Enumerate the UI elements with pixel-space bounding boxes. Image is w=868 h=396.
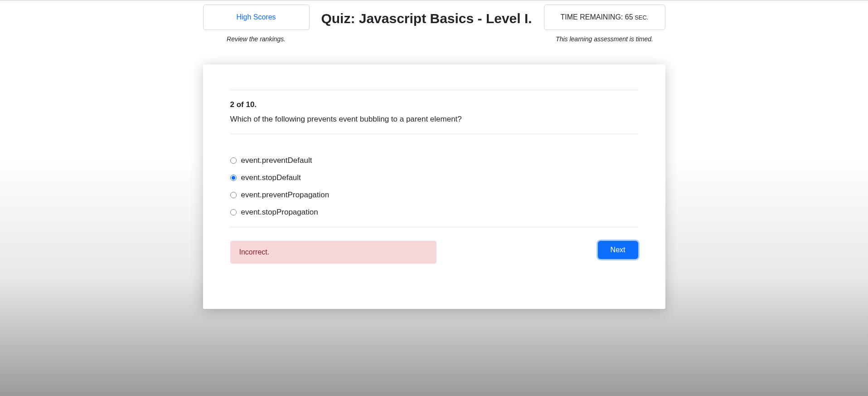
time-remaining-suffix: SEC.	[633, 14, 649, 21]
quiz-card: 2 of 10. Which of the following prevents…	[203, 64, 665, 309]
option-label-0[interactable]: event.preventDefault	[241, 156, 312, 165]
option-radio-2[interactable]	[230, 192, 237, 198]
time-remaining-value: 65	[625, 13, 633, 21]
feedback-alert: Incorrect.	[230, 241, 436, 264]
header: High Scores Review the rankings. Quiz: J…	[203, 1, 665, 48]
option-row: event.preventPropagation	[230, 191, 638, 200]
option-radio-0[interactable]	[230, 157, 237, 164]
option-row: event.stopPropagation	[230, 208, 638, 217]
question-number: 2 of 10.	[230, 100, 638, 109]
option-row: event.preventDefault	[230, 156, 638, 165]
option-label-3[interactable]: event.stopPropagation	[241, 208, 318, 217]
next-button[interactable]: Next	[598, 241, 638, 259]
option-radio-3[interactable]	[230, 209, 237, 215]
page-title: Quiz: Javascript Basics - Level I.	[321, 5, 532, 26]
result-row: Incorrect. Next	[230, 227, 638, 264]
time-remaining-prefix: TIME REMAINING:	[561, 13, 625, 21]
option-label-2[interactable]: event.preventPropagation	[241, 191, 330, 200]
option-label-1[interactable]: event.stopDefault	[241, 173, 301, 182]
question-text: Which of the following prevents event bu…	[230, 115, 638, 124]
high-scores-helper: Review the rankings.	[227, 35, 286, 43]
question-block: 2 of 10. Which of the following prevents…	[230, 90, 638, 134]
timed-helper: This learning assessment is timed.	[556, 35, 653, 43]
option-radio-1[interactable]	[230, 175, 237, 181]
option-row: event.stopDefault	[230, 173, 638, 182]
time-remaining-box: TIME REMAINING: 65 SEC.	[544, 5, 665, 30]
options-block: event.preventDefault event.stopDefault e…	[230, 134, 638, 227]
high-scores-button[interactable]: High Scores	[203, 5, 310, 30]
